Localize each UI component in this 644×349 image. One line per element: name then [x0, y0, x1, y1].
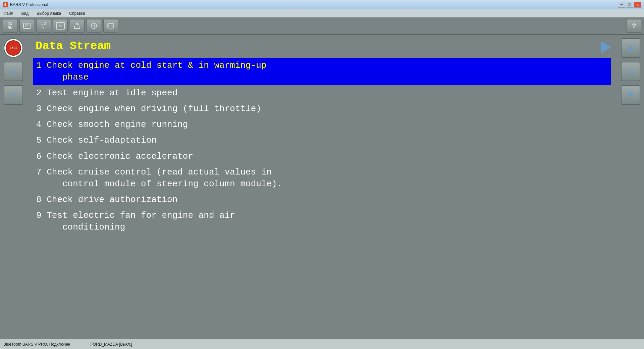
list-item[interactable]: 1 Check engine at cold start & in warmin…: [33, 58, 611, 85]
svg-text:COM: COM: [108, 24, 114, 28]
enter-button[interactable]: ↵: [621, 62, 640, 81]
down-arrow-icon: [628, 90, 634, 100]
toolbar-btn-5[interactable]: [70, 19, 85, 33]
toolbar-btn-4[interactable]: ⚙: [53, 19, 68, 33]
list-item[interactable]: 9 Test electric fan for engine and air c…: [33, 208, 611, 235]
list-item[interactable]: 8 Check drive authorization: [33, 192, 611, 208]
list-item[interactable]: 3 Check engine when driving (full thrott…: [33, 101, 611, 117]
up-arrow-icon: [628, 43, 634, 53]
item-list: 1 Check engine at cold start & in warmin…: [33, 58, 611, 235]
toolbar-btn-num[interactable]: 1 20 ·: [36, 19, 51, 33]
menu-view[interactable]: Вид: [20, 10, 30, 16]
list-item[interactable]: 5 Check self-adaptation: [33, 133, 611, 148]
back-icon: ⬅: [11, 89, 16, 101]
list-item[interactable]: 4 Check smooth engine running: [33, 117, 611, 133]
scroll-up-button[interactable]: [621, 38, 640, 58]
esc-button[interactable]: ESC: [4, 38, 23, 58]
menu-file[interactable]: Файл: [2, 10, 15, 16]
menu-language[interactable]: Выбор языка: [35, 10, 62, 16]
help-button[interactable]: ?: [627, 19, 641, 33]
back-button[interactable]: ⬅: [4, 85, 23, 105]
menu-bar: Файл Вид Выбор языка Справка: [0, 9, 644, 17]
esc-label: ESC: [6, 40, 21, 56]
toolbar-btn-2[interactable]: [19, 19, 34, 33]
status-left: BlueTooth BARS V PRO, Подключен: [3, 342, 70, 347]
toolbar-btn-6[interactable]: [87, 19, 101, 33]
forward-icon: ⇒: [11, 66, 16, 77]
content-header: Data Stream: [33, 40, 611, 55]
status-bar: BlueTooth BARS V PRO, Подключен FORD_MAZ…: [0, 339, 644, 349]
close-button[interactable]: ✕: [634, 2, 641, 8]
forward-button[interactable]: ⇒: [4, 62, 23, 81]
minimize-button[interactable]: ─: [618, 2, 625, 8]
title-bar: B BARS V Professional ─ □ ✕: [0, 0, 644, 9]
maximize-button[interactable]: □: [626, 2, 633, 8]
title-controls: ─ □ ✕: [618, 2, 641, 8]
list-item[interactable]: 7 Check cruise control (read actual valu…: [33, 164, 611, 192]
main-area: ESC ⇒ ⬅ Data Stream 1 Check engine at co…: [0, 35, 644, 339]
list-item[interactable]: 6 Check electronic accelerator: [33, 149, 611, 164]
toolbar-btn-7[interactable]: COM: [103, 19, 118, 33]
language-button[interactable]: EN RU: [3, 19, 17, 33]
enter-icon: ↵: [628, 66, 634, 77]
left-sidebar: ESC ⇒ ⬅: [0, 35, 27, 339]
page-title: Data Stream: [33, 40, 111, 52]
toolbar: EN RU 1 20 · ⚙ COM: [0, 17, 644, 35]
lang-bottom: RU: [8, 26, 12, 30]
right-sidebar: ↵: [617, 35, 644, 339]
play-button[interactable]: [601, 41, 611, 53]
menu-help[interactable]: Справка: [68, 10, 86, 16]
scroll-down-button[interactable]: [621, 85, 640, 105]
list-item[interactable]: 2 Test engine at idle speed: [33, 85, 611, 101]
window-title: BARS V Professional: [10, 2, 48, 7]
lang-top: EN: [8, 22, 12, 26]
app-icon: B: [3, 2, 8, 7]
content-panel: Data Stream 1 Check engine at cold start…: [27, 35, 617, 339]
status-right: FORD_MAZDA [Выкл.]: [90, 342, 132, 347]
svg-text:⚙: ⚙: [59, 23, 62, 28]
title-bar-left: B BARS V Professional: [3, 2, 48, 7]
num-display: 1 20 ·: [41, 21, 46, 30]
